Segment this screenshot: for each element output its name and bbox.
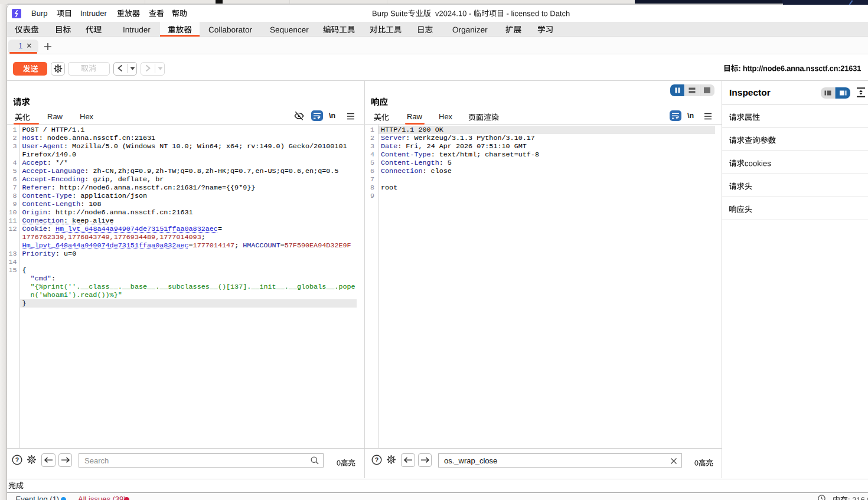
svg-text:?: ?	[375, 456, 378, 463]
svg-text:?: ?	[15, 456, 19, 463]
